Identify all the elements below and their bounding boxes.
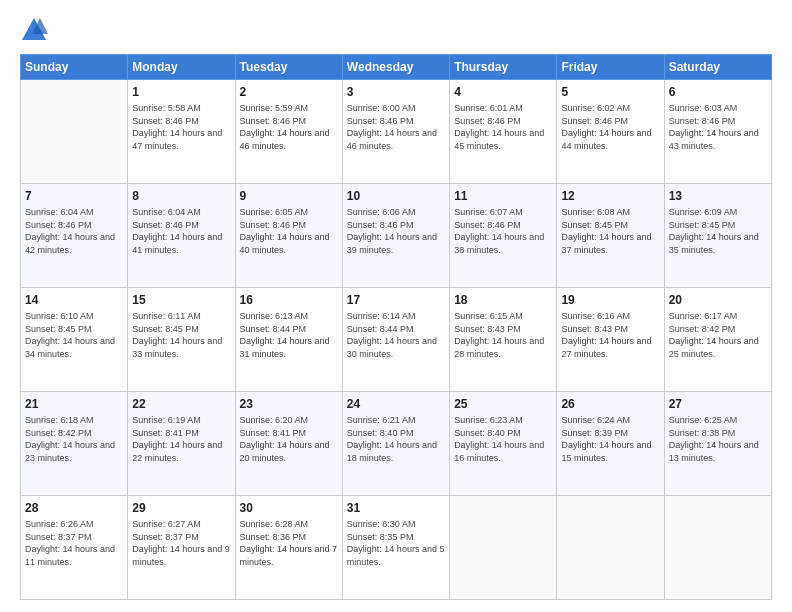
day-number: 28 <box>25 500 123 516</box>
calendar-cell: 28Sunrise: 6:26 AMSunset: 8:37 PMDayligh… <box>21 496 128 600</box>
day-number: 31 <box>347 500 445 516</box>
day-info: Sunrise: 6:04 AMSunset: 8:46 PMDaylight:… <box>25 206 123 256</box>
day-number: 10 <box>347 188 445 204</box>
day-info: Sunrise: 6:14 AMSunset: 8:44 PMDaylight:… <box>347 310 445 360</box>
day-number: 25 <box>454 396 552 412</box>
calendar-cell: 17Sunrise: 6:14 AMSunset: 8:44 PMDayligh… <box>342 288 449 392</box>
day-info: Sunrise: 6:27 AMSunset: 8:37 PMDaylight:… <box>132 518 230 568</box>
day-info: Sunrise: 6:18 AMSunset: 8:42 PMDaylight:… <box>25 414 123 464</box>
header-cell: Sunday <box>21 55 128 80</box>
calendar-cell: 9Sunrise: 6:05 AMSunset: 8:46 PMDaylight… <box>235 184 342 288</box>
calendar-cell: 11Sunrise: 6:07 AMSunset: 8:46 PMDayligh… <box>450 184 557 288</box>
calendar-cell: 12Sunrise: 6:08 AMSunset: 8:45 PMDayligh… <box>557 184 664 288</box>
header-row: SundayMondayTuesdayWednesdayThursdayFrid… <box>21 55 772 80</box>
calendar-week: 21Sunrise: 6:18 AMSunset: 8:42 PMDayligh… <box>21 392 772 496</box>
calendar-cell: 31Sunrise: 6:30 AMSunset: 8:35 PMDayligh… <box>342 496 449 600</box>
calendar-cell: 22Sunrise: 6:19 AMSunset: 8:41 PMDayligh… <box>128 392 235 496</box>
calendar-week: 1Sunrise: 5:58 AMSunset: 8:46 PMDaylight… <box>21 80 772 184</box>
day-info: Sunrise: 6:11 AMSunset: 8:45 PMDaylight:… <box>132 310 230 360</box>
calendar-cell: 2Sunrise: 5:59 AMSunset: 8:46 PMDaylight… <box>235 80 342 184</box>
day-info: Sunrise: 6:05 AMSunset: 8:46 PMDaylight:… <box>240 206 338 256</box>
day-number: 24 <box>347 396 445 412</box>
calendar-cell: 27Sunrise: 6:25 AMSunset: 8:38 PMDayligh… <box>664 392 771 496</box>
day-number: 19 <box>561 292 659 308</box>
calendar-cell: 1Sunrise: 5:58 AMSunset: 8:46 PMDaylight… <box>128 80 235 184</box>
day-info: Sunrise: 5:58 AMSunset: 8:46 PMDaylight:… <box>132 102 230 152</box>
day-info: Sunrise: 6:02 AMSunset: 8:46 PMDaylight:… <box>561 102 659 152</box>
day-info: Sunrise: 5:59 AMSunset: 8:46 PMDaylight:… <box>240 102 338 152</box>
day-number: 20 <box>669 292 767 308</box>
day-info: Sunrise: 6:25 AMSunset: 8:38 PMDaylight:… <box>669 414 767 464</box>
day-info: Sunrise: 6:08 AMSunset: 8:45 PMDaylight:… <box>561 206 659 256</box>
logo <box>20 16 52 44</box>
calendar-cell: 29Sunrise: 6:27 AMSunset: 8:37 PMDayligh… <box>128 496 235 600</box>
day-number: 22 <box>132 396 230 412</box>
day-number: 4 <box>454 84 552 100</box>
day-info: Sunrise: 6:20 AMSunset: 8:41 PMDaylight:… <box>240 414 338 464</box>
day-number: 13 <box>669 188 767 204</box>
day-info: Sunrise: 6:30 AMSunset: 8:35 PMDaylight:… <box>347 518 445 568</box>
day-info: Sunrise: 6:19 AMSunset: 8:41 PMDaylight:… <box>132 414 230 464</box>
day-number: 9 <box>240 188 338 204</box>
day-number: 27 <box>669 396 767 412</box>
day-info: Sunrise: 6:24 AMSunset: 8:39 PMDaylight:… <box>561 414 659 464</box>
day-info: Sunrise: 6:17 AMSunset: 8:42 PMDaylight:… <box>669 310 767 360</box>
header-cell: Tuesday <box>235 55 342 80</box>
day-number: 3 <box>347 84 445 100</box>
calendar-cell: 18Sunrise: 6:15 AMSunset: 8:43 PMDayligh… <box>450 288 557 392</box>
day-info: Sunrise: 6:23 AMSunset: 8:40 PMDaylight:… <box>454 414 552 464</box>
day-number: 17 <box>347 292 445 308</box>
day-info: Sunrise: 6:26 AMSunset: 8:37 PMDaylight:… <box>25 518 123 568</box>
calendar-cell: 13Sunrise: 6:09 AMSunset: 8:45 PMDayligh… <box>664 184 771 288</box>
day-number: 26 <box>561 396 659 412</box>
day-number: 6 <box>669 84 767 100</box>
calendar-cell: 25Sunrise: 6:23 AMSunset: 8:40 PMDayligh… <box>450 392 557 496</box>
calendar-body: 1Sunrise: 5:58 AMSunset: 8:46 PMDaylight… <box>21 80 772 600</box>
calendar-cell <box>557 496 664 600</box>
logo-icon <box>20 16 48 44</box>
calendar-cell: 14Sunrise: 6:10 AMSunset: 8:45 PMDayligh… <box>21 288 128 392</box>
day-info: Sunrise: 6:01 AMSunset: 8:46 PMDaylight:… <box>454 102 552 152</box>
day-number: 14 <box>25 292 123 308</box>
calendar-cell: 6Sunrise: 6:03 AMSunset: 8:46 PMDaylight… <box>664 80 771 184</box>
calendar-cell <box>450 496 557 600</box>
day-number: 15 <box>132 292 230 308</box>
day-number: 8 <box>132 188 230 204</box>
calendar-week: 7Sunrise: 6:04 AMSunset: 8:46 PMDaylight… <box>21 184 772 288</box>
day-info: Sunrise: 6:15 AMSunset: 8:43 PMDaylight:… <box>454 310 552 360</box>
day-info: Sunrise: 6:00 AMSunset: 8:46 PMDaylight:… <box>347 102 445 152</box>
header-cell: Monday <box>128 55 235 80</box>
calendar-cell: 3Sunrise: 6:00 AMSunset: 8:46 PMDaylight… <box>342 80 449 184</box>
calendar-cell: 8Sunrise: 6:04 AMSunset: 8:46 PMDaylight… <box>128 184 235 288</box>
day-number: 1 <box>132 84 230 100</box>
day-info: Sunrise: 6:07 AMSunset: 8:46 PMDaylight:… <box>454 206 552 256</box>
day-number: 5 <box>561 84 659 100</box>
calendar-cell: 10Sunrise: 6:06 AMSunset: 8:46 PMDayligh… <box>342 184 449 288</box>
header <box>20 16 772 44</box>
calendar-cell: 16Sunrise: 6:13 AMSunset: 8:44 PMDayligh… <box>235 288 342 392</box>
calendar-cell <box>21 80 128 184</box>
calendar-cell: 21Sunrise: 6:18 AMSunset: 8:42 PMDayligh… <box>21 392 128 496</box>
calendar-week: 28Sunrise: 6:26 AMSunset: 8:37 PMDayligh… <box>21 496 772 600</box>
day-info: Sunrise: 6:06 AMSunset: 8:46 PMDaylight:… <box>347 206 445 256</box>
day-info: Sunrise: 6:28 AMSunset: 8:36 PMDaylight:… <box>240 518 338 568</box>
day-number: 12 <box>561 188 659 204</box>
day-info: Sunrise: 6:09 AMSunset: 8:45 PMDaylight:… <box>669 206 767 256</box>
day-number: 16 <box>240 292 338 308</box>
calendar-cell <box>664 496 771 600</box>
calendar-cell: 5Sunrise: 6:02 AMSunset: 8:46 PMDaylight… <box>557 80 664 184</box>
day-number: 11 <box>454 188 552 204</box>
calendar-week: 14Sunrise: 6:10 AMSunset: 8:45 PMDayligh… <box>21 288 772 392</box>
calendar-header: SundayMondayTuesdayWednesdayThursdayFrid… <box>21 55 772 80</box>
calendar-cell: 7Sunrise: 6:04 AMSunset: 8:46 PMDaylight… <box>21 184 128 288</box>
calendar-cell: 4Sunrise: 6:01 AMSunset: 8:46 PMDaylight… <box>450 80 557 184</box>
day-info: Sunrise: 6:13 AMSunset: 8:44 PMDaylight:… <box>240 310 338 360</box>
day-number: 18 <box>454 292 552 308</box>
calendar-cell: 19Sunrise: 6:16 AMSunset: 8:43 PMDayligh… <box>557 288 664 392</box>
day-info: Sunrise: 6:21 AMSunset: 8:40 PMDaylight:… <box>347 414 445 464</box>
calendar-cell: 20Sunrise: 6:17 AMSunset: 8:42 PMDayligh… <box>664 288 771 392</box>
calendar: SundayMondayTuesdayWednesdayThursdayFrid… <box>20 54 772 600</box>
day-number: 23 <box>240 396 338 412</box>
day-number: 7 <box>25 188 123 204</box>
day-info: Sunrise: 6:03 AMSunset: 8:46 PMDaylight:… <box>669 102 767 152</box>
